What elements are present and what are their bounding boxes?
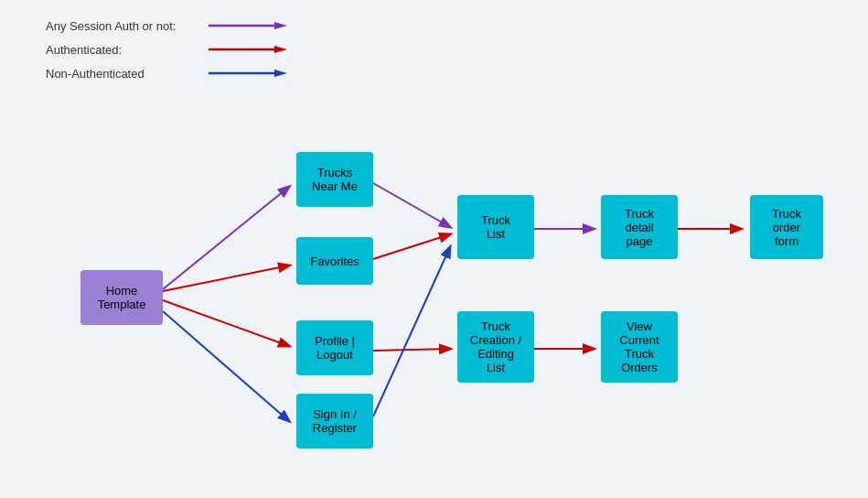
node-trucks-near-me: TrucksNear Me xyxy=(296,152,373,207)
node-profile-logout: Profile |Logout xyxy=(296,320,373,375)
svg-line-9 xyxy=(163,311,289,421)
node-truck-order-form: Truckorderform xyxy=(750,195,823,259)
legend-arrow-noauth xyxy=(209,66,291,81)
legend: Any Session Auth or not: Authenticated: … xyxy=(46,18,291,90)
node-home-template: Home Template xyxy=(80,270,163,325)
svg-line-16 xyxy=(373,247,450,417)
diagram-container: Any Session Auth or not: Authenticated: … xyxy=(0,0,868,498)
legend-label-any: Any Session Auth or not: xyxy=(46,19,201,33)
node-truck-list: TruckList xyxy=(457,195,534,259)
svg-marker-3 xyxy=(274,46,287,53)
node-truck-detail-page: Truckdetailpage xyxy=(601,195,678,259)
node-truck-creation-editing: TruckCreation /EditingList xyxy=(457,311,534,383)
svg-line-6 xyxy=(163,187,289,289)
legend-item-noauth: Non-Authenticated xyxy=(46,66,291,81)
svg-line-7 xyxy=(163,265,289,291)
svg-line-10 xyxy=(373,183,450,227)
svg-line-11 xyxy=(373,234,450,259)
legend-item-auth: Authenticated: xyxy=(46,42,291,57)
legend-label-noauth: Non-Authenticated xyxy=(46,67,201,81)
svg-line-14 xyxy=(373,349,450,351)
legend-item-any: Any Session Auth or not: xyxy=(46,18,291,33)
svg-line-8 xyxy=(163,300,289,346)
legend-arrow-auth xyxy=(209,42,291,57)
node-sign-in-register: Sign In /Register xyxy=(296,394,373,449)
svg-marker-1 xyxy=(274,22,287,29)
legend-label-auth: Authenticated: xyxy=(46,43,201,57)
legend-arrow-any xyxy=(209,18,291,33)
node-view-current-orders: ViewCurrentTruckOrders xyxy=(601,311,678,383)
node-favorites: Favorites xyxy=(296,237,373,285)
svg-marker-5 xyxy=(274,70,287,77)
